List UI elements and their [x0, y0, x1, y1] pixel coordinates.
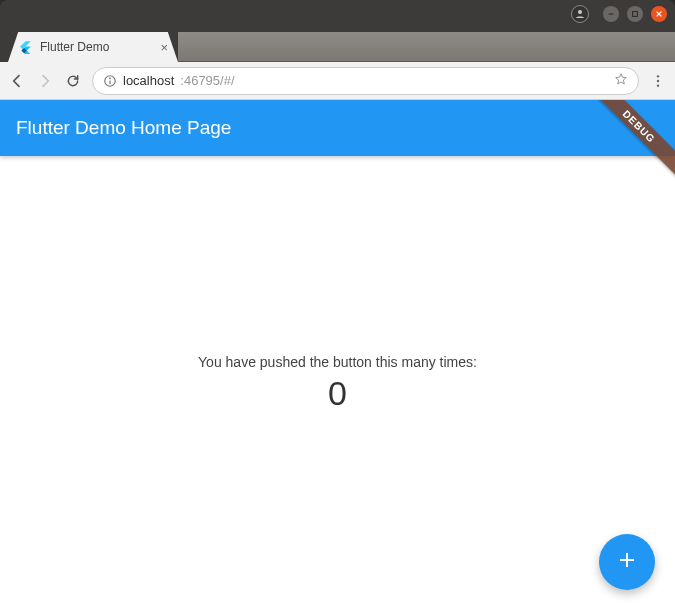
increment-fab[interactable]	[599, 534, 655, 590]
counter-caption: You have pushed the button this many tim…	[198, 354, 477, 370]
window-titlebar	[0, 0, 675, 28]
svg-point-13	[657, 79, 659, 81]
bookmark-star-icon[interactable]	[614, 72, 628, 89]
address-bar[interactable]: localhost:46795/#/	[92, 67, 639, 95]
browser-tab[interactable]: Flutter Demo ×	[8, 32, 178, 62]
body-content: You have pushed the button this many tim…	[0, 156, 675, 610]
back-button[interactable]	[8, 72, 26, 90]
app-bar: Flutter Demo Home Page	[0, 100, 675, 156]
tab-strip: Flutter Demo ×	[0, 28, 675, 62]
new-tab-area[interactable]	[178, 32, 675, 62]
window-minimize-button[interactable]	[603, 6, 619, 22]
browser-toolbar: localhost:46795/#/	[0, 62, 675, 100]
svg-rect-2	[633, 12, 638, 17]
flutter-favicon-icon	[18, 40, 32, 54]
svg-point-14	[657, 84, 659, 86]
page-viewport: Flutter Demo Home Page DEBUG You have pu…	[0, 100, 675, 610]
svg-point-12	[657, 75, 659, 77]
url-host: localhost	[123, 73, 174, 88]
tab-close-button[interactable]: ×	[160, 40, 168, 55]
app-bar-title: Flutter Demo Home Page	[16, 117, 231, 139]
forward-button	[36, 72, 54, 90]
window-close-button[interactable]	[651, 6, 667, 22]
tab-title: Flutter Demo	[40, 40, 109, 54]
plus-icon	[615, 548, 639, 576]
url-rest: :46795/#/	[180, 73, 234, 88]
svg-marker-11	[616, 74, 627, 84]
svg-point-0	[578, 10, 582, 14]
window-maximize-button[interactable]	[627, 6, 643, 22]
svg-point-10	[109, 77, 110, 78]
browser-window: Flutter Demo × localhost:46795/#/	[0, 0, 675, 610]
browser-menu-button[interactable]	[649, 72, 667, 90]
counter-value: 0	[328, 374, 347, 413]
reload-button[interactable]	[64, 72, 82, 90]
site-info-icon[interactable]	[103, 74, 117, 88]
account-icon[interactable]	[571, 5, 589, 23]
